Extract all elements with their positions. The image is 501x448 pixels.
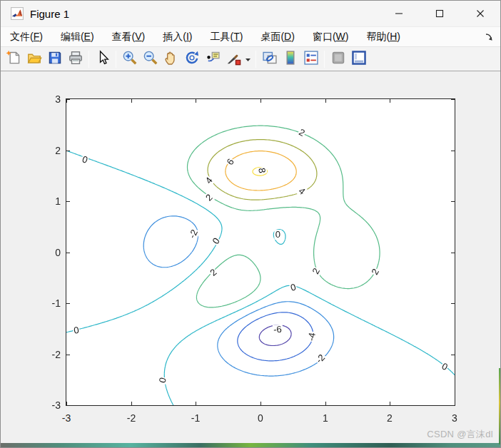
insert-colorbar-button[interactable] xyxy=(280,49,300,69)
axis-tick xyxy=(390,99,390,103)
zoom-in-button[interactable] xyxy=(119,49,140,69)
menu-item-view[interactable]: 查看(V) xyxy=(106,28,152,46)
legend-icon xyxy=(303,50,319,68)
axis-tick xyxy=(325,99,326,103)
link-plot-button[interactable] xyxy=(259,49,280,69)
edit-plot-button[interactable] xyxy=(92,49,113,69)
link-icon xyxy=(262,50,278,68)
colorbar-icon xyxy=(283,50,298,68)
dock-arrow-icon[interactable] xyxy=(483,31,495,43)
desktop-strip-bottom xyxy=(1,443,500,447)
zoom-in-icon xyxy=(122,50,138,68)
axis-tick xyxy=(66,99,70,100)
hide-plot-tools-icon xyxy=(330,50,346,68)
menu-item-window[interactable]: 窗口(W) xyxy=(306,28,355,46)
axis-tick xyxy=(451,253,455,253)
new-figure-icon xyxy=(6,50,21,68)
x-tick-label: -1 xyxy=(181,412,210,424)
caret-down-icon xyxy=(245,53,251,66)
maximize-button[interactable] xyxy=(419,1,460,26)
save-icon xyxy=(47,50,63,68)
pan-button[interactable] xyxy=(161,49,181,69)
axis-tick xyxy=(451,355,455,355)
new-figure-button[interactable] xyxy=(3,49,24,69)
axis-tick xyxy=(455,402,455,405)
axis-tick xyxy=(451,405,455,406)
close-icon xyxy=(476,9,485,18)
y-tick-label: 0 xyxy=(38,247,61,258)
zoom-out-button[interactable] xyxy=(140,49,161,69)
zoom-out-icon xyxy=(143,50,158,68)
contour-canvas xyxy=(66,99,455,405)
title-bar: Figure 1 xyxy=(1,1,500,27)
axis-tick xyxy=(325,402,326,405)
axis-tick xyxy=(66,151,70,151)
menu-item-file[interactable]: 文件(F) xyxy=(4,28,49,46)
menu-item-desktop[interactable]: 桌面(D) xyxy=(254,28,300,46)
axis-tick xyxy=(451,201,455,202)
axis-tick xyxy=(390,402,390,405)
save-figure-button[interactable] xyxy=(44,49,65,69)
close-button[interactable] xyxy=(460,1,500,26)
hand-icon xyxy=(163,50,179,68)
open-file-button[interactable] xyxy=(24,49,44,69)
maximize-icon xyxy=(435,9,444,18)
axis-tick xyxy=(66,405,70,406)
open-folder-icon xyxy=(26,50,42,68)
x-tick-label: 3 xyxy=(440,412,469,424)
y-tick-label: 2 xyxy=(38,145,61,156)
show-plot-tools-button[interactable] xyxy=(348,49,369,69)
print-figure-button[interactable] xyxy=(65,49,86,69)
menu-bar: 文件(F)编辑(E)查看(V)插入(I)工具(T)桌面(D)窗口(W)帮助(H) xyxy=(1,27,500,47)
contour-label: 0 xyxy=(275,230,281,240)
axis-tick xyxy=(260,99,261,103)
y-tick-label: -2 xyxy=(38,349,61,360)
toolbar-separator xyxy=(324,51,325,68)
menu-item-help[interactable]: 帮助(H) xyxy=(360,28,406,46)
y-tick-label: 1 xyxy=(38,195,61,207)
axis-tick xyxy=(455,99,455,103)
insert-legend-button[interactable] xyxy=(300,49,321,69)
contour-label: 0 xyxy=(72,325,80,335)
x-tick-label: 1 xyxy=(311,412,340,424)
figure-area: 0268442-20022200-6-4-200 CSDN @言沫dl -3-2… xyxy=(1,71,500,444)
axis-tick xyxy=(66,355,70,355)
menu-item-edit[interactable]: 编辑(E) xyxy=(54,28,101,46)
menu-item-tools[interactable]: 工具(T) xyxy=(204,28,250,46)
axis-tick xyxy=(196,99,196,103)
rotate-3d-button[interactable] xyxy=(181,49,202,69)
toolbar-separator xyxy=(88,51,89,68)
brush-dropdown-button[interactable] xyxy=(243,49,253,69)
minimize-button[interactable] xyxy=(378,1,419,26)
toolbar-separator xyxy=(116,51,116,68)
axis-tick xyxy=(66,201,70,202)
matlab-logo-icon xyxy=(11,7,24,20)
axis-tick xyxy=(451,303,455,304)
y-tick-label: -1 xyxy=(38,297,61,309)
contour-label: -4 xyxy=(306,331,318,342)
window-title: Figure 1 xyxy=(30,8,69,20)
desktop-strip-right xyxy=(499,368,500,444)
contour-label: 8 xyxy=(256,167,267,175)
axis-tick xyxy=(131,99,132,103)
contour-label: -6 xyxy=(272,325,282,335)
axis-tick xyxy=(451,99,455,100)
y-tick-label: 3 xyxy=(38,93,61,105)
toolbar-separator xyxy=(255,51,256,68)
axis-tick xyxy=(451,151,455,151)
x-tick-label: 2 xyxy=(375,412,404,424)
minimize-icon xyxy=(395,9,403,18)
brush-icon xyxy=(226,50,241,68)
plot-area: 0268442-20022200-6-4-200 xyxy=(66,99,455,405)
data-cursor-button[interactable] xyxy=(202,49,223,69)
x-tick-label: -3 xyxy=(52,412,81,424)
y-tick-label: -3 xyxy=(38,399,61,411)
show-plot-tools-icon xyxy=(351,50,367,68)
data-cursor-icon xyxy=(205,50,221,68)
toolbar xyxy=(1,47,500,71)
axes-box: 0268442-20022200-6-4-200 xyxy=(66,98,455,406)
rotate-3d-icon xyxy=(184,50,200,68)
brush-button[interactable] xyxy=(223,49,243,69)
printer-icon xyxy=(68,50,84,68)
menu-item-insert[interactable]: 插入(I) xyxy=(156,28,198,46)
